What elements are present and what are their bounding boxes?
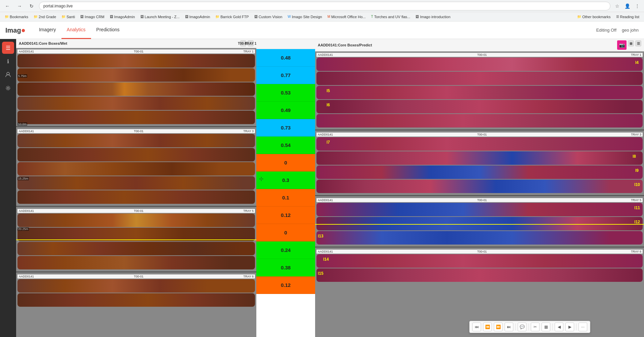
score-cell-1: 0.48 <box>256 49 315 67</box>
app: Imag● Imagery Analytics Predictions Edit… <box>0 22 644 337</box>
score-cell-9: 0.1 <box>256 189 315 207</box>
toolbar-comment[interactable]: 💬 <box>518 323 526 331</box>
toolbar-sep-4 <box>576 324 576 330</box>
list-btn[interactable]: ☰ <box>635 40 641 46</box>
toolbar-sep-1 <box>515 324 516 330</box>
bookmark-bookmarks[interactable]: 📁 Bookmarks <box>3 14 30 20</box>
bookmark-imago-crm[interactable]: 🖼 Imago CRM <box>78 14 106 20</box>
right-core-panel: AADD0141:Core Boxes/Predict 📷 ⊞ ☰ AADD01… <box>315 39 644 337</box>
core-num-l5: l5 <box>327 88 330 93</box>
score-panel: 0.48 0.77 0.53 0.49 0.73 0.54 0 <box>256 39 315 337</box>
sidebar-btn-tools[interactable] <box>2 82 14 94</box>
toolbar-more[interactable]: ··· <box>578 323 587 331</box>
logo-dot: ● <box>21 26 26 34</box>
sidebar-btn-menu[interactable]: ☰ <box>2 42 14 54</box>
app-logo: Imag● <box>5 26 26 35</box>
score-cell-11: 0 <box>256 224 315 241</box>
bookmark-reading[interactable]: ☰ Reading list <box>614 14 641 20</box>
left-panel-controls: T00-01 TRAY 1 <box>240 40 254 46</box>
score-cell-12: 0.24 <box>256 241 315 259</box>
bookmark-2ndgrade[interactable]: 📁 2nd Grade <box>32 14 58 20</box>
cursor-move-icon: ⊹ <box>259 176 263 182</box>
toolbar-align-v[interactable]: ▦ <box>542 323 550 331</box>
nav-imagery[interactable]: Imagery <box>34 22 61 39</box>
bookmark-imagoadmin2[interactable]: 🖼 ImagoAdmin <box>183 14 212 20</box>
bookmark-imago-intro[interactable]: 🖼 Imago introduction <box>414 14 453 20</box>
bookmark-launch[interactable]: 🖼 Launch Meeting - Z... <box>138 14 182 20</box>
core-num-l9: l9 <box>635 168 639 173</box>
url-text: portal.imago.live <box>43 4 73 8</box>
toolbar-skip-end[interactable]: ⏭ <box>505 323 513 331</box>
app-header: Imag● Imagery Analytics Predictions Edit… <box>0 22 644 39</box>
depth-label-4: 20.25m <box>17 227 29 231</box>
main-layout: ☰ ℹ AADD0141:Core Boxes/Wet <box>0 39 644 337</box>
bookmarks-bar: 📁 Bookmarks 📁 2nd Grade 📁 Santi 🖼 Imago … <box>0 12 644 22</box>
nav-predictions[interactable]: Predictions <box>91 22 125 39</box>
bookmark-torches[interactable]: T Torches and UV flas... <box>369 14 413 20</box>
toolbar-next[interactable]: ⏩ <box>494 323 503 331</box>
core-num-l15: l15 <box>318 271 324 276</box>
nav-analytics[interactable]: Analytics <box>61 22 91 39</box>
toolbar-sep-3 <box>552 324 553 330</box>
forward-button[interactable]: → <box>15 1 24 11</box>
bookmark-imago-site[interactable]: W Imago Site Design <box>286 14 324 20</box>
bookmark-santi[interactable]: 📁 Santi <box>59 14 77 20</box>
refresh-button[interactable]: ↻ <box>27 1 36 11</box>
bookmark-ms-office[interactable]: M Microsoft Office Ho... <box>326 14 368 20</box>
toolbar-expand[interactable]: ▶ <box>565 323 574 331</box>
bookmark-other[interactable]: 📁 Other bookmarks <box>575 14 612 20</box>
core-num-l4: l4 <box>635 60 639 65</box>
core-num-l6: l6 <box>327 103 330 107</box>
score-cell-4: 0.49 <box>256 102 315 119</box>
left-panel-header: AADD0141:Core Boxes/Wet T00-01 TRAY 1 <box>16 39 256 48</box>
right-panel-title: AADD0141:Core Boxes/Predict <box>318 43 372 47</box>
core-num-l8: l8 <box>633 154 636 159</box>
right-panel-controls: 📷 ⊞ ☰ <box>617 40 641 50</box>
core-num-l10: l10 <box>634 182 640 187</box>
left-core-panel: AADD0141:Core Boxes/Wet T00-01 TRAY 1 AA… <box>16 39 256 337</box>
address-bar[interactable]: portal.imago.live <box>39 2 610 10</box>
toolbar-sep-2 <box>528 324 529 330</box>
header-right: Editing Off geo john <box>596 28 639 33</box>
right-panel-header: AADD0141:Core Boxes/Predict 📷 ⊞ ☰ <box>315 39 644 51</box>
bookmark-barrick[interactable]: 📁 Barrick Gold FTP <box>213 14 251 20</box>
sidebar-btn-info[interactable]: ℹ <box>2 55 14 67</box>
score-cell-8: 0.3 <box>256 172 315 189</box>
svg-point-1 <box>7 87 9 89</box>
profile-button[interactable]: 👤 <box>623 2 631 10</box>
editing-status: Editing Off <box>596 28 616 33</box>
score-cell-2: 0.77 <box>256 67 315 84</box>
back-button[interactable]: ← <box>3 1 12 11</box>
content-area: AADD0141:Core Boxes/Wet T00-01 TRAY 1 AA… <box>16 39 644 337</box>
left-panel-title: AADD0141:Core Boxes/Wet <box>19 41 67 45</box>
toolbar-cut[interactable]: ✂ <box>531 323 540 331</box>
bookmark-imagoadmin1[interactable]: 🖼 ImagoAdmin <box>108 14 137 20</box>
score-cell-10: 0.12 <box>256 207 315 224</box>
score-cell-5: 0.73 <box>256 119 315 137</box>
core-num-l12: l12 <box>634 220 640 224</box>
user-name: geo john <box>622 28 639 33</box>
left-sidebar: ☰ ℹ <box>0 39 16 337</box>
depth-label-2: 10.0m <box>17 122 27 126</box>
score-cell-6: 0.54 <box>256 137 315 154</box>
grid-btn[interactable]: ⊞ <box>628 40 634 46</box>
bottom-toolbar: ⏮ ⏪ ⏩ ⏭ 💬 ✂ ▦ ◀ ▶ ··· <box>469 321 590 333</box>
camera-button[interactable]: 📷 <box>617 40 627 50</box>
extensions-button[interactable]: ☆ <box>613 2 621 10</box>
more-button[interactable]: ⋮ <box>633 2 641 10</box>
score-cell-14: 0.12 <box>256 276 315 294</box>
score-cell-13: 0.38 <box>256 259 315 276</box>
bookmark-custom-vision[interactable]: 🖼 Custom Vision <box>252 14 285 20</box>
browser-actions: ☆ 👤 ⋮ <box>613 2 641 10</box>
toolbar-prev[interactable]: ⏪ <box>483 323 492 331</box>
toolbar-skip-start[interactable]: ⏮ <box>472 323 481 331</box>
toolbar-align-h[interactable]: ◀ <box>555 323 563 331</box>
tray-num-1: TRAY 1 <box>248 40 254 46</box>
depth-label-1: 5.75m <box>17 74 27 78</box>
sidebar-btn-users[interactable] <box>2 69 14 81</box>
browser-chrome: ← → ↻ portal.imago.live ☆ 👤 ⋮ <box>0 0 644 12</box>
core-num-l14: l14 <box>323 257 329 262</box>
core-num-l13: l13 <box>318 234 324 238</box>
score-cell-7: 0 <box>256 154 315 172</box>
core-num-l7: l7 <box>327 140 330 145</box>
